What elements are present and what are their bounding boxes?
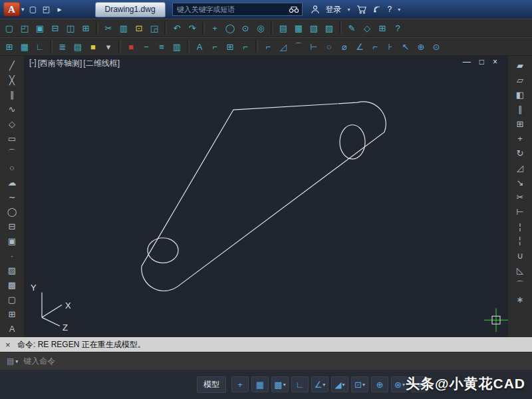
app-menu-button[interactable]: A ▾ xyxy=(3,2,25,17)
ellipse-icon[interactable]: ◯ xyxy=(5,205,19,218)
line-icon[interactable]: ╱ xyxy=(5,59,19,72)
mleader-style-icon[interactable]: ⌐ xyxy=(238,40,253,53)
minimize-icon[interactable]: — xyxy=(463,57,471,66)
polar-tracking-icon[interactable]: ∠▾ xyxy=(311,376,329,392)
erase-icon[interactable]: ▰ xyxy=(513,59,527,72)
visual-style-menu[interactable]: [二维线框] xyxy=(83,58,120,69)
designcenter-icon[interactable]: ▦ xyxy=(291,21,306,35)
text-style-icon[interactable]: A xyxy=(192,40,207,53)
layers-icon[interactable]: ≣ xyxy=(55,40,70,53)
help-dropdown-arrow-icon[interactable]: ▾ xyxy=(398,7,400,13)
annotation-visibility-icon[interactable]: ⊕ xyxy=(371,376,388,392)
scale-icon[interactable]: ◿ xyxy=(513,161,527,174)
polygon-icon[interactable]: ◇ xyxy=(5,117,19,130)
dim-diameter-icon[interactable]: ⌀ xyxy=(337,40,352,53)
open-icon[interactable]: ◰ xyxy=(17,21,32,35)
break-at-point-icon[interactable]: ¦ xyxy=(513,219,527,233)
ucs-axes-icon[interactable] xyxy=(42,293,62,326)
help-button[interactable]: ? xyxy=(388,5,392,14)
osnap-icon[interactable]: ⊡▾ xyxy=(351,376,368,392)
grid-display-icon[interactable]: ▦ xyxy=(17,40,32,53)
multiline-icon[interactable]: ∥ xyxy=(5,88,19,101)
table-style-icon[interactable]: ⊞ xyxy=(223,40,237,53)
add-layout-icon[interactable]: + xyxy=(231,376,249,392)
gradient-icon[interactable]: ▩ xyxy=(5,278,19,291)
dim-style-icon[interactable]: ⌐ xyxy=(207,40,222,53)
signin-label[interactable]: 登录 xyxy=(326,4,342,15)
publish-icon[interactable]: ⊞ xyxy=(78,21,93,35)
gasket-hole-bottom[interactable] xyxy=(148,238,178,263)
sheet-set-manager-icon[interactable]: ▨ xyxy=(322,21,336,35)
app-store-cart-icon[interactable] xyxy=(356,5,367,14)
qnew-icon[interactable]: ▢ xyxy=(27,5,39,14)
open-icon[interactable]: ◰ xyxy=(41,5,53,14)
join-icon[interactable]: ∪ xyxy=(513,249,527,262)
linetype-control-icon[interactable]: − xyxy=(139,40,154,53)
command-customize-icon[interactable]: ▤ ▾ xyxy=(7,356,18,366)
region-icon[interactable]: ▢ xyxy=(5,293,19,306)
signin-dropdown-arrow-icon[interactable]: ▾ xyxy=(348,7,350,13)
block-editor-icon[interactable]: ◇ xyxy=(360,21,374,35)
table-icon[interactable]: ⊞ xyxy=(5,307,19,321)
drawing-canvas[interactable]: Y X Z [-] [西南等轴测] [二维线框] — □ × xyxy=(24,56,508,337)
snap-icon[interactable]: ▩▾ xyxy=(271,376,289,392)
layer-states-icon[interactable]: ▤ xyxy=(70,40,85,53)
new-drawing-icon[interactable]: ▢ xyxy=(2,21,17,35)
view-direction-menu[interactable]: [西南等轴测] xyxy=(38,58,82,69)
copy-clip-icon[interactable]: ▥ xyxy=(116,21,131,35)
redo-icon[interactable]: ↷ xyxy=(185,21,200,35)
chamfer-icon[interactable]: ◺ xyxy=(513,263,527,277)
dim-ordinate-icon[interactable]: ⊢ xyxy=(307,40,321,53)
array-icon[interactable]: ⊞ xyxy=(513,117,527,130)
dim-arc-icon[interactable]: ⌒ xyxy=(291,40,306,53)
plot-icon[interactable]: ⊟ xyxy=(48,21,63,35)
model-tab-button[interactable]: 模型 xyxy=(197,376,226,393)
copy-icon[interactable]: ▱ xyxy=(513,73,527,86)
qat-expand-icon[interactable]: ▸ xyxy=(54,5,66,14)
point-icon[interactable]: · xyxy=(5,249,19,262)
help-icon[interactable]: ? xyxy=(390,21,405,35)
dim-baseline-icon[interactable]: ⌐ xyxy=(368,40,382,53)
paste-icon[interactable]: ⊡ xyxy=(132,21,146,35)
trim-icon[interactable]: ✂ xyxy=(513,190,527,203)
ortho-mode-icon[interactable]: ∟ xyxy=(33,40,47,53)
plot-style-control-icon[interactable]: ▥ xyxy=(170,40,184,53)
color-control-swatch[interactable]: ■ xyxy=(124,40,138,53)
snap-to-grid-icon[interactable]: ⊞ xyxy=(2,40,17,53)
multileader-icon[interactable]: ↖ xyxy=(398,40,413,53)
extend-icon[interactable]: ⊢ xyxy=(513,205,527,218)
rotate-icon[interactable]: ↻ xyxy=(513,146,527,160)
layer-dropdown-icon[interactable]: ▾ xyxy=(101,40,116,53)
properties-palette-icon[interactable]: ▤ xyxy=(276,21,291,35)
offset-icon[interactable]: ∥ xyxy=(513,102,527,116)
dim-linear-icon[interactable]: ⌐ xyxy=(261,40,275,53)
polyline-icon[interactable]: ∿ xyxy=(5,102,19,116)
insert-block-icon[interactable]: ⊟ xyxy=(5,219,19,233)
tolerance-icon[interactable]: ⊕ xyxy=(414,40,428,53)
undo-icon[interactable]: ↶ xyxy=(170,21,184,35)
dim-continue-icon[interactable]: ⊦ xyxy=(383,40,398,53)
circle-icon[interactable]: ○ xyxy=(5,161,19,174)
dim-angular-icon[interactable]: ∠ xyxy=(352,40,367,53)
command-close-icon[interactable]: × xyxy=(5,340,11,350)
revcloud-icon[interactable]: ☁ xyxy=(5,176,19,189)
center-mark-icon[interactable]: ⊙ xyxy=(429,40,444,53)
grid-icon[interactable]: ▦ xyxy=(251,376,269,392)
gasket-outline[interactable] xyxy=(142,102,386,291)
move-icon[interactable]: + xyxy=(513,132,527,145)
mirror-icon[interactable]: ◧ xyxy=(513,88,527,101)
search-input[interactable] xyxy=(176,5,289,14)
close-icon[interactable]: × xyxy=(493,57,497,66)
isodraft-icon[interactable]: ◢▾ xyxy=(331,376,348,392)
hatch-icon[interactable]: ▨ xyxy=(5,263,19,277)
explode-icon[interactable]: ∗ xyxy=(513,293,527,306)
plot-preview-icon[interactable]: ◫ xyxy=(63,21,78,35)
arc-icon[interactable]: ⌒ xyxy=(5,146,19,160)
markup-icon[interactable]: ✎ xyxy=(344,21,359,35)
ortho-icon[interactable]: ∟ xyxy=(291,376,309,392)
zoom-realtime-icon[interactable]: ◯ xyxy=(223,21,237,35)
pan-icon[interactable]: + xyxy=(207,21,222,35)
gasket-hole-top[interactable] xyxy=(340,125,365,159)
dim-radius-icon[interactable]: ○ xyxy=(322,40,336,53)
stretch-icon[interactable]: ↘ xyxy=(513,176,527,189)
